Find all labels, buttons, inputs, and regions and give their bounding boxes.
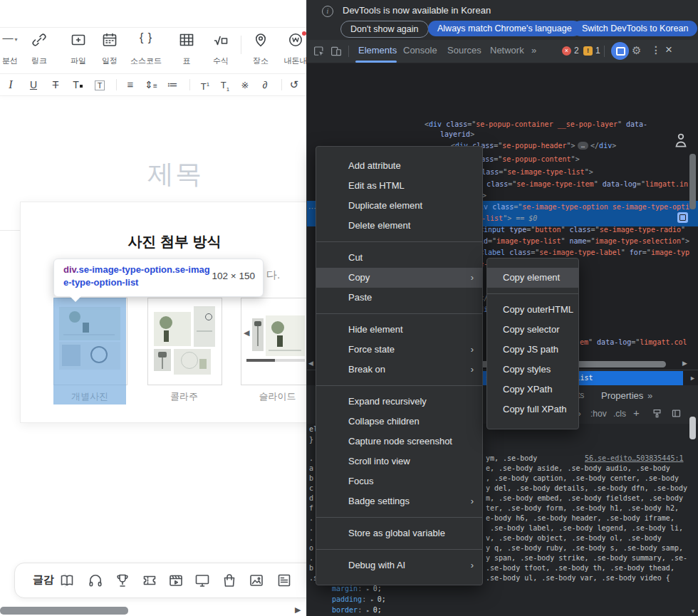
- css-property-padding[interactable]: padding: ▸ 0;: [332, 595, 386, 605]
- context-menu-item-focus[interactable]: Focus: [316, 471, 482, 491]
- copy-submenu-item-copy-xpath[interactable]: Copy XPath: [487, 380, 578, 400]
- breadcrumb-scroll-icon[interactable]: ►: [689, 375, 696, 382]
- bottom-toolbar-trophy-icon[interactable]: [114, 572, 131, 589]
- css-selector-line-left[interactable]: d: [309, 494, 313, 503]
- tab-sources[interactable]: Sources: [447, 45, 481, 56]
- context-menu-item-force-state[interactable]: Force state›: [316, 340, 482, 360]
- format-line-height-button[interactable]: ⇕≡: [142, 75, 160, 94]
- context-menu-item-expand-recursively[interactable]: Expand recursively: [316, 392, 482, 412]
- toggle-hover-state-button[interactable]: :hov: [590, 409, 607, 419]
- dom-tree-node[interactable]: <li class="se-image-type-item" data-log=…: [469, 179, 688, 189]
- context-menu-item-paste[interactable]: Paste: [316, 288, 482, 308]
- context-menu-item-store-as-global-variable[interactable]: Store as global variable: [316, 523, 482, 543]
- format-highlight-button[interactable]: T: [90, 75, 109, 94]
- format-strikethrough-button[interactable]: T: [46, 75, 65, 94]
- css-selector-line-left[interactable]: .: [309, 454, 313, 464]
- css-selector-line-left[interactable]: .: [309, 513, 313, 523]
- context-menu-item-capture-node-screenshot[interactable]: Capture node screenshot: [316, 432, 482, 451]
- context-menu-item-break-on[interactable]: Break on›: [316, 360, 482, 380]
- more-tabs-icon[interactable]: »: [531, 45, 536, 56]
- document-title-placeholder[interactable]: 제목: [0, 157, 350, 192]
- dom-tree-node[interactable]: <div class="se-image-type-option se-imag…: [471, 202, 689, 212]
- css-selector-line[interactable]: e, .se-body aside, .se-body audio, .se-b…: [486, 464, 670, 474]
- css-selector-line-left[interactable]: b: [309, 474, 313, 484]
- dom-tree-node[interactable]: <div class="se-popup-container __se-pop-…: [424, 120, 647, 130]
- context-menu-item-hide-element[interactable]: Hide element: [316, 320, 482, 340]
- css-selector-line-left[interactable]: o: [309, 543, 313, 553]
- bottom-toolbar-bag-icon[interactable]: [221, 572, 238, 589]
- settings-gear-icon[interactable]: ⚙: [632, 44, 641, 57]
- dom-tree-node[interactable]: <label class="se-image-type-label" for="…: [479, 248, 689, 258]
- css-selector-line-left[interactable]: c: [309, 484, 313, 494]
- dom-tree-node[interactable]: <input type="button" class="se-image-typ…: [479, 225, 685, 235]
- css-selector-line[interactable]: y q, .se-body ruby, .se-body s, .se-body…: [486, 543, 683, 553]
- bottom-toolbar-label[interactable]: 글감: [33, 573, 54, 587]
- format-underline-button[interactable]: U: [24, 75, 43, 94]
- css-selector-line-left[interactable]: b: [309, 563, 313, 573]
- css-selector-line[interactable]: y span, .se-body strike, .se-body summar…: [486, 553, 687, 563]
- copy-submenu-item-copy-styles[interactable]: Copy styles: [487, 360, 578, 380]
- dom-tree-node[interactable]: layerid>: [440, 130, 474, 140]
- styles-scroll-down-arrow[interactable]: ▼: [690, 607, 696, 616]
- context-menu-item-copy[interactable]: Copy›: [316, 268, 482, 288]
- bottom-toolbar-image-icon[interactable]: [248, 572, 265, 589]
- editor-scroll-right-arrow[interactable]: ▶: [295, 605, 301, 615]
- dom-hscroll-right-arrow[interactable]: ▶: [682, 360, 687, 367]
- dom-tree-node[interactable]: em" data-log="limgatt.col: [580, 338, 687, 348]
- kebab-menu-icon[interactable]: ⋮: [651, 44, 661, 56]
- format-align-center-button[interactable]: ≡: [121, 75, 140, 94]
- sidebar-panel-icon[interactable]: [671, 408, 682, 421]
- toolbar-code-button[interactable]: { }소스코드: [125, 31, 167, 66]
- inspect-element-icon[interactable]: [313, 45, 325, 61]
- editor-horizontal-scrollbar[interactable]: [0, 607, 128, 615]
- dom-node-more-dots[interactable]: ⋯: [308, 203, 316, 213]
- styles-vertical-scrollbar[interactable]: [689, 417, 696, 439]
- bottom-toolbar-headphones-icon[interactable]: [87, 572, 104, 589]
- context-menu-item-collapse-children[interactable]: Collapse children: [316, 412, 482, 432]
- bottom-toolbar-monitor-icon[interactable]: [194, 572, 211, 589]
- format-format-etc-button[interactable]: ∂: [256, 75, 274, 94]
- bottom-toolbar-clapper-icon[interactable]: [167, 572, 184, 589]
- tab-elements[interactable]: Elements: [358, 45, 397, 56]
- css-selector-line-left[interactable]: .: [309, 553, 313, 563]
- new-style-rule-button[interactable]: +: [633, 407, 640, 419]
- context-menu-item-cut[interactable]: Cut: [316, 248, 482, 268]
- dont-show-again-button[interactable]: Don't show again: [340, 21, 429, 38]
- css-rule-source-link[interactable]: 56.se-edito…503835445:1: [585, 454, 683, 464]
- copy-submenu-item-copy-js-path[interactable]: Copy JS path: [487, 340, 578, 360]
- toolbar-formula-button[interactable]: 수식: [199, 31, 242, 66]
- format-history-button[interactable]: ↺: [285, 75, 303, 94]
- tab-network[interactable]: Network: [490, 45, 524, 56]
- css-selector-line[interactable]: .se-body ul, .se-body var, .se-body vide…: [486, 573, 670, 583]
- css-selector-line[interactable]: ter, .se-body form, .se-body h1, .se-bod…: [486, 503, 679, 513]
- toolbar-link-button[interactable]: 링크: [18, 31, 61, 66]
- context-menu-item-debug-with-ai[interactable]: Debug with AI›: [316, 555, 482, 575]
- format-font-color-button[interactable]: T: [68, 75, 87, 94]
- css-selector-line-left[interactable]: .: [309, 523, 313, 533]
- context-menu-item-edit-as-html[interactable]: Edit as HTML: [316, 176, 482, 196]
- context-menu-item-scroll-into-view[interactable]: Scroll into view: [316, 451, 482, 471]
- rendering-emulation-icon[interactable]: [652, 408, 662, 421]
- dom-tree-node[interactable]: id="image-type-list" name="image-type-se…: [479, 236, 689, 246]
- copy-submenu-item-copy-outerhtml[interactable]: Copy outerHTML: [487, 300, 578, 320]
- css-selector-line[interactable]: .se-body label, .se-body legend, .se-bod…: [486, 523, 683, 533]
- copy-submenu-item-copy-element[interactable]: Copy element: [487, 268, 578, 288]
- device-toolbar-icon[interactable]: [330, 45, 343, 61]
- match-chrome-language-button[interactable]: Always match Chrome's language: [428, 21, 581, 36]
- close-devtools-icon[interactable]: ×: [665, 43, 672, 57]
- format-italic-button[interactable]: I: [1, 75, 20, 94]
- switch-devtools-korean-button[interactable]: Switch DevTools to Korean: [573, 21, 697, 36]
- context-menu-item-badge-settings[interactable]: Badge settings›: [316, 491, 482, 511]
- sidebar-tabs-overflow-icon[interactable]: »: [647, 390, 652, 401]
- tab-console[interactable]: Console: [403, 45, 437, 56]
- css-selector-line-left[interactable]: f: [309, 503, 313, 513]
- css-selector-line-left[interactable]: .: [309, 533, 313, 543]
- format-superscript-button[interactable]: T1: [196, 75, 214, 94]
- bottom-toolbar-book-icon[interactable]: [58, 572, 75, 589]
- css-property-margin[interactable]: margin: ▸ 0;: [332, 584, 382, 595]
- css-selector-line[interactable]: v, .se-body object, .se-body ol, .se-bod…: [486, 533, 662, 543]
- css-selector-line[interactable]: , .se-body caption, .se-body center, .se…: [486, 474, 679, 484]
- toggle-class-button[interactable]: .cls: [613, 409, 626, 419]
- dom-hscroll-left-arrow[interactable]: ◀: [308, 360, 313, 367]
- context-menu-item-delete-element[interactable]: Delete element: [316, 216, 482, 236]
